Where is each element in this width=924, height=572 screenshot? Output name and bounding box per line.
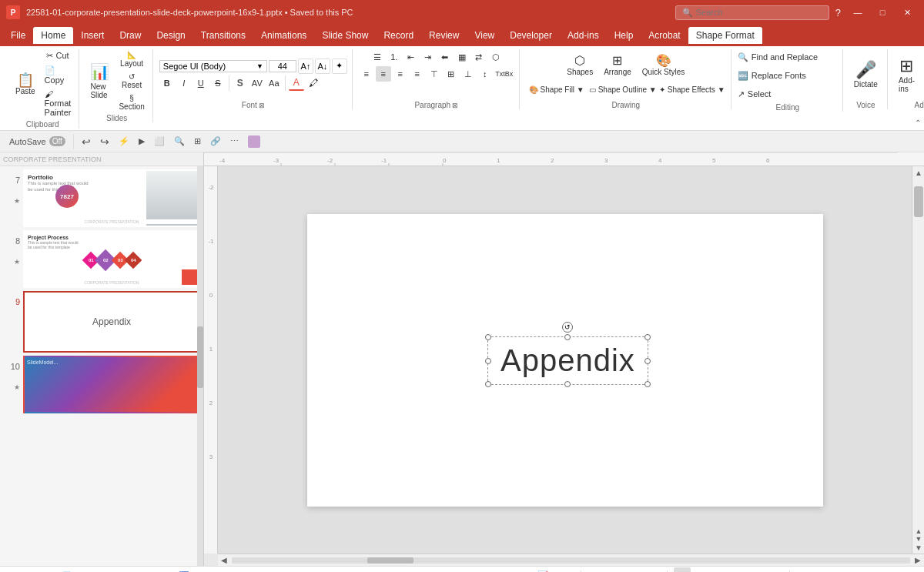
menu-transitions[interactable]: Transitions — [193, 27, 253, 44]
normal-view-button[interactable]: ⊞ — [674, 567, 691, 572]
search-input[interactable] — [696, 8, 812, 17]
scroll-up-button[interactable]: ▲ — [912, 166, 924, 179]
reading-view-button[interactable]: 📖 — [743, 567, 760, 572]
reset-button[interactable]: ↺ Reset — [116, 71, 147, 91]
find-replace-button[interactable]: 🔍Find and Replace — [738, 49, 838, 65]
more-commands-button[interactable]: ⚡ — [116, 135, 132, 148]
italic-button[interactable]: I — [176, 75, 192, 91]
menu-animations[interactable]: Animations — [253, 27, 314, 44]
shape-fill-button[interactable]: 🎨 Shape Fill ▼ — [526, 82, 588, 97]
text-direction-button[interactable]: ⇄ — [471, 49, 487, 65]
rotate-handle[interactable]: ↺ — [562, 322, 573, 333]
zoom-btn[interactable]: 🔍 — [171, 135, 188, 148]
slide-textbox[interactable]: ↺ Appendix — [487, 336, 648, 385]
handle-mr[interactable] — [644, 358, 651, 364]
menu-help[interactable]: Help — [607, 27, 641, 44]
menu-design[interactable]: Design — [149, 27, 192, 44]
slide-sorter-button[interactable]: ⊞ — [720, 567, 737, 572]
handle-tr[interactable] — [644, 334, 651, 340]
gridlines-btn[interactable]: ⊞ — [191, 135, 204, 148]
outline-view-button[interactable]: ⊟ — [697, 567, 714, 572]
scroll-down-button[interactable]: ▼ — [912, 541, 924, 554]
cols-button[interactable]: ▦ — [454, 49, 470, 65]
slide-thumb-8[interactable]: Project Process This is sample text that… — [23, 230, 200, 288]
handle-bl[interactable] — [485, 381, 491, 387]
paste-button[interactable]: 📋 Paste — [11, 61, 40, 107]
replace-fonts-button[interactable]: 🔤Replace Fonts — [738, 68, 838, 83]
vertical-mid-button[interactable]: ⊞ — [444, 66, 459, 82]
scroll-thumb[interactable] — [914, 186, 923, 217]
presentation-view-btn[interactable]: ▶ — [136, 135, 148, 148]
left-indent-button[interactable]: ⬅ — [437, 49, 453, 65]
shape-outline-button[interactable]: ▭ Shape Outline ▼ — [589, 82, 657, 97]
menu-home[interactable]: Home — [33, 27, 73, 44]
font-size-selector[interactable]: 44 — [269, 60, 296, 72]
slide-thumb-7[interactable]: Portfolio This is sample text that would… — [23, 169, 200, 227]
align-left-button[interactable]: ≡ — [359, 66, 374, 82]
decrease-indent-button[interactable]: ⇤ — [403, 49, 419, 65]
menu-insert[interactable]: Insert — [73, 27, 112, 44]
decrease-font-button[interactable]: A↓ — [315, 59, 330, 74]
align-right-button[interactable]: ≡ — [393, 66, 408, 82]
section-button[interactable]: § Section — [116, 92, 147, 112]
align-center-button[interactable]: ≡ — [376, 66, 391, 82]
menu-view[interactable]: View — [467, 27, 502, 44]
hscroll-thumb[interactable] — [367, 557, 413, 564]
layout-button[interactable]: 📐 Layout — [116, 49, 147, 69]
format-painter-button[interactable]: 🖌 Format Painter — [42, 88, 75, 119]
strikethrough-button[interactable]: S — [210, 75, 226, 91]
arrange-button[interactable]: ⊞ Arrange — [599, 49, 636, 80]
line-spacing-button[interactable]: ↕ — [477, 66, 493, 82]
menu-draw[interactable]: Draw — [112, 27, 149, 44]
select-button[interactable]: ↗Select — [738, 86, 838, 102]
smart-art-button[interactable]: ⬡ — [488, 49, 504, 65]
menu-slideshow[interactable]: Slide Show — [314, 27, 376, 44]
increase-font-button[interactable]: A↑ — [298, 59, 313, 74]
vertical-scrollbar[interactable]: ▲ ▲ ▼ ▼ — [912, 166, 924, 554]
menu-developer[interactable]: Developer — [502, 27, 560, 44]
menu-acrobat[interactable]: Acrobat — [641, 27, 688, 44]
shape-effects-button[interactable]: ✦ Shape Effects ▼ — [658, 82, 726, 97]
connect-btn[interactable]: 🔗 — [207, 135, 224, 148]
designer-button[interactable]: ✨ Designer — [921, 52, 924, 98]
dictate-button[interactable]: 🎤 Dictate — [849, 52, 882, 98]
undo-button[interactable]: ↩ — [79, 134, 94, 149]
handle-tl[interactable] — [485, 334, 491, 340]
underline-button[interactable]: U — [193, 75, 209, 91]
search-bar[interactable]: 🔍 — [675, 5, 829, 20]
hscroll-right-button[interactable]: ▶ — [912, 554, 924, 567]
autosave-toggle[interactable]: AutoSave Off — [6, 135, 69, 148]
handle-ml[interactable] — [485, 358, 491, 364]
slide-panel-scrollbar[interactable] — [197, 166, 203, 566]
clear-format-button[interactable]: ✦ — [332, 59, 347, 74]
font-color-btn[interactable]: A — [289, 75, 304, 91]
text-shadow-button[interactable]: S — [233, 75, 248, 91]
handle-bc[interactable] — [564, 381, 571, 387]
slide-list[interactable]: 7 ★ Portfolio This is sample text that w… — [0, 166, 203, 566]
minimize-button[interactable]: — — [847, 5, 869, 19]
shapes-button[interactable]: ⬡ Shapes — [562, 49, 598, 80]
menu-file[interactable]: File — [3, 27, 33, 44]
vertical-top-button[interactable]: ⊤ — [427, 66, 442, 82]
slideshow-button[interactable]: ▶ — [766, 567, 783, 572]
justify-button[interactable]: ≡ — [410, 66, 425, 82]
hscroll-left-button[interactable]: ◀ — [218, 554, 230, 567]
slide-thumb-9[interactable]: Appendix — [23, 291, 200, 353]
menu-shape-format[interactable]: Shape Format — [688, 27, 762, 44]
menu-record[interactable]: Record — [376, 27, 421, 44]
scroll-arrows-group[interactable]: ▲ ▼ — [912, 529, 924, 541]
quick-styles-button[interactable]: 🎨 Quick Styles — [638, 49, 690, 80]
menu-review[interactable]: Review — [421, 27, 467, 44]
vertical-bot-button[interactable]: ⊥ — [460, 66, 476, 82]
highlight-btn[interactable]: 🖍 — [306, 75, 321, 91]
bullets-button[interactable]: ☰ — [370, 49, 385, 65]
menu-addins[interactable]: Add-ins — [560, 27, 607, 44]
font-name-selector[interactable]: Segoe UI (Body) ▼ — [159, 60, 267, 72]
ribbon-collapse-icon[interactable]: ⌃ — [915, 119, 921, 127]
char-spacing-button[interactable]: AV — [249, 75, 265, 91]
text-box-button[interactable]: TxtBx — [494, 66, 514, 82]
maximize-button[interactable]: □ — [872, 5, 893, 19]
copy-button[interactable]: 📄 Copy — [42, 64, 75, 86]
increase-indent-button[interactable]: ⇥ — [420, 49, 436, 65]
font-expand-icon[interactable]: ⊠ — [259, 102, 265, 109]
